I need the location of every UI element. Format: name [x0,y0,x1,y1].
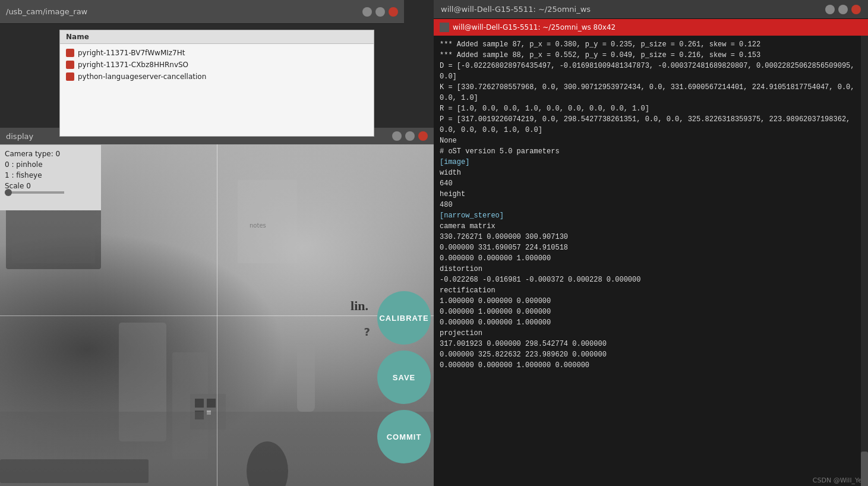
footer-attribution: CSDN @Will_Ye [813,476,862,484]
terminal-line: 1.000000 0.000000 0.000000 [440,296,862,307]
terminal-line: [image] [440,157,862,168]
terminal-line: [narrow_stereo] [440,210,862,221]
terminal-line: P = [317.0019226074219, 0.0, 298.5427738… [440,114,862,135]
display-title: display [6,132,33,141]
camera-settings-panel: Camera type: 0 0 : pinhole 1 : fisheye S… [0,145,101,210]
file-manager-content: pyright-11371-BV7fWwMIz7Ht pyright-11371… [60,44,374,86]
terminal-line: 0.000000 0.000000 1.000000 [440,317,862,328]
calibrate-button[interactable]: CALIBRATE [377,291,431,345]
svg-rect-10 [0,459,149,483]
terminal-line: K = [330.7262708557968, 0.0, 300.9071295… [440,82,862,103]
terminal-maximize-button[interactable] [838,5,848,14]
display-minimize-button[interactable] [392,131,402,141]
terminal-line: None [440,135,862,146]
display-close-button[interactable] [418,131,428,141]
terminal-tab-icon [440,23,449,32]
file-name: pyright-11371-BV7fWwMIz7Ht [78,49,185,57]
terminal-line: 0.000000 0.000000 1.000000 [440,253,862,264]
terminal-titlebar: will@will-Dell-G15-5511: ~/25omni_ws [434,0,868,19]
scrollbar-thumb[interactable] [861,452,868,486]
fisheye-option: 1 : fisheye [5,171,96,179]
terminal-line: width [440,168,862,178]
folder-icon [66,72,74,81]
minimize-button[interactable] [362,7,372,17]
terminal-line: R = [1.0, 0.0, 0.0, 1.0, 0.0, 0.0, 0.0, … [440,103,862,114]
terminal-line: 640 [440,178,862,189]
terminal-line: *** Added sample 88, p_x = 0.552, p_y = … [440,50,862,61]
pinhole-label: 0 : pinhole [5,160,43,169]
folder-icon [66,49,74,57]
image-raw-titlebar: /usb_cam/image_raw [0,0,404,24]
terminal-line: 0.000000 331.690057 224.910518 [440,242,862,253]
svg-rect-5 [195,399,204,408]
crosshair-vertical [217,144,217,486]
terminal-line: projection [440,328,862,339]
terminal-tabbar[interactable]: will@will-Dell-G15-5511: ~/25omni_ws 80x… [434,19,868,36]
svg-rect-1 [12,210,95,263]
camera-type-value: 0 [56,150,61,158]
terminal-output: *** Added sample 87, p_x = 0.380, p_y = … [440,39,862,371]
terminal-minimize-button[interactable] [825,5,835,14]
list-item[interactable]: pyright-11371-CXbz8HHRnvSO [60,59,374,71]
file-name: pyright-11371-CXbz8HHRnvSO [78,61,188,69]
save-button[interactable]: SAVE [377,351,431,404]
action-buttons: CALIBRATE SAVE COMMIT [377,291,431,463]
file-manager-header: Name [60,30,374,44]
scrollbar-track[interactable] [861,36,868,486]
terminal-panel: will@will-Dell-G15-5511: ~/25omni_ws wil… [434,0,868,486]
terminal-line: D = [-0.022268028976435497, -0.016981009… [440,61,862,82]
commit-button[interactable]: COMMIT [377,410,431,463]
terminal-line: distortion [440,264,862,274]
file-column-header: Name [66,33,89,41]
terminal-line: 0.000000 0.000000 1.000000 0.000000 [440,360,862,371]
terminal-tab-label: will@will-Dell-G15-5511: ~/25omni_ws 80x… [453,23,616,31]
terminal-line: rectification [440,285,862,296]
terminal-close-button[interactable] [851,5,861,14]
terminal-body[interactable]: *** Added sample 87, p_x = 0.380, p_y = … [434,36,868,474]
svg-text:notes: notes [250,222,266,229]
terminal-line: 317.001923 0.000000 298.542774 0.000000 [440,339,862,349]
left-panel: /usb_cam/image_raw Name pyright-11371-BV… [0,0,434,486]
close-button[interactable] [389,7,398,17]
file-name: python-languageserver-cancellation [78,72,206,81]
image-raw-title: /usb_cam/image_raw [6,7,87,16]
overlay-question: ? [364,326,370,338]
maximize-button[interactable] [375,7,385,17]
terminal-line: 330.726271 0.000000 300.907130 [440,232,862,242]
display-maximize-button[interactable] [405,131,415,141]
list-item[interactable]: pyright-11371-BV7fWwMIz7Ht [60,47,374,59]
display-window-controls [392,131,428,141]
terminal-line: *** Added sample 87, p_x = 0.380, p_y = … [440,39,862,50]
terminal-line: -0.022268 -0.016981 -0.000372 0.000228 0… [440,274,862,285]
pinhole-option: 0 : pinhole [5,160,96,169]
window-controls [362,7,398,17]
terminal-line: 0.000000 325.822632 223.989620 0.000000 [440,349,862,360]
terminal-line: height [440,189,862,200]
svg-rect-12 [297,340,315,412]
terminal-footer: CSDN @Will_Ye [434,474,868,486]
terminal-line: 480 [440,200,862,210]
terminal-line: camera matrix [440,221,862,232]
terminal-window-controls [825,5,861,14]
overlay-text: lin. [351,298,368,314]
scale-slider[interactable] [5,191,64,194]
camera-type-row: Camera type: 0 [5,150,96,158]
terminal-line: 0.000000 1.000000 0.000000 [440,307,862,317]
file-manager: Name pyright-11371-BV7fWwMIz7Ht pyright-… [59,30,374,137]
list-item[interactable]: python-languageserver-cancellation [60,71,374,83]
folder-icon [66,61,74,69]
camera-type-label: Camera type: [5,150,53,158]
terminal-line: # oST version 5.0 parameters [440,146,862,157]
svg-rect-13 [238,180,297,263]
fisheye-label: 1 : fisheye [5,171,42,179]
scale-slider-row[interactable] [5,191,96,194]
terminal-title: will@will-Dell-G15-5511: ~/25omni_ws [441,5,591,14]
svg-rect-6 [207,399,216,408]
